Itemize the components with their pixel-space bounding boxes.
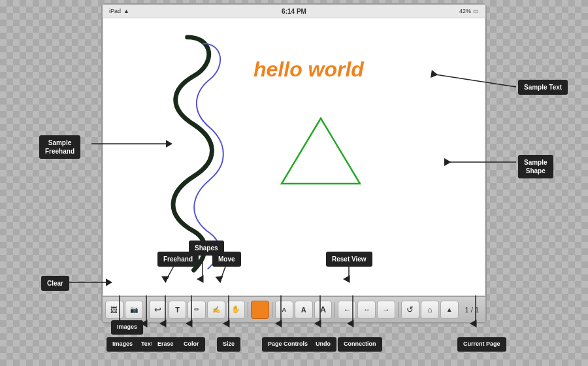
hello-world-text: hello world — [253, 58, 364, 82]
sample-freehand-label: SampleFreehand — [39, 135, 80, 159]
move-popup: Move — [212, 252, 241, 267]
size-medium-button[interactable]: A — [295, 301, 313, 319]
battery-level: 42% — [459, 8, 471, 14]
erase-bottom-label: Erase — [152, 337, 180, 352]
separator-4 — [335, 302, 335, 318]
clear-annotation: Clear — [41, 276, 69, 291]
page-indicator: 1 / 1 — [461, 306, 483, 314]
svg-marker-0 — [282, 118, 360, 184]
reset-view-popup: Reset View — [326, 252, 372, 267]
freehand-popup: Freehand — [157, 252, 199, 267]
sample-text-annotation: Sample Text — [518, 80, 568, 95]
page-arrows-button[interactable]: ↔ — [357, 301, 376, 319]
separator-3 — [272, 302, 272, 318]
undo-bottom-label: Undo — [310, 337, 336, 352]
size-large-button[interactable]: A — [314, 301, 333, 319]
separator-1 — [146, 302, 146, 318]
connection-bottom-label: Connection — [338, 337, 382, 352]
device-label: iPad — [109, 8, 121, 14]
home-button[interactable]: ⌂ — [421, 301, 439, 319]
color-bottom-label: Color — [178, 337, 205, 352]
page-prev-button[interactable]: ← — [338, 301, 356, 319]
sample-text-label: Sample Text — [518, 80, 568, 95]
images-bottom-label: Images — [106, 337, 139, 352]
size-small-button[interactable]: A — [275, 301, 293, 319]
ipad-frame: iPad ▲ 6:14 PM 42% ▭ hello world 🖼 📷 — [101, 3, 487, 324]
page-next-button[interactable]: → — [377, 301, 395, 319]
size-bottom-label: Size — [217, 337, 240, 352]
freehand-button[interactable]: ✍ — [207, 301, 225, 319]
page-controls-bottom-label: Page Controls — [262, 337, 314, 352]
move-label: Move — [212, 252, 241, 267]
undo-button[interactable]: ↺ — [401, 301, 419, 319]
toolbar: 🖼 📷 ↩ T ✏ ✍ ✋ A A A ← ↔ → ↺ ⌂ ▲ 1 / 1 — [103, 296, 485, 322]
status-bar: iPad ▲ 6:14 PM 42% ▭ — [103, 5, 485, 18]
status-time: 6:14 PM — [282, 8, 306, 15]
separator-2 — [248, 302, 248, 318]
color-button[interactable] — [251, 301, 269, 319]
connection-button[interactable]: ▲ — [440, 301, 459, 319]
triangle-shape — [278, 115, 363, 187]
images-annotation: Images — [111, 320, 143, 335]
freehand-label: Freehand — [157, 252, 199, 267]
camera-button[interactable]: 📷 — [125, 301, 143, 319]
reset-view-label: Reset View — [326, 252, 372, 267]
images-button[interactable]: 🖼 — [105, 301, 123, 319]
undo-history-button[interactable]: ↩ — [149, 301, 167, 319]
separator-5 — [398, 302, 399, 318]
text-button[interactable]: T — [169, 301, 187, 319]
images-annotation-label: Images — [111, 320, 143, 335]
sample-shape-label: SampleShape — [518, 155, 553, 178]
erase-button[interactable]: ✏ — [188, 301, 206, 319]
sample-freehand-annotation: SampleFreehand — [39, 135, 80, 159]
current-page-bottom-label: Current Page — [457, 337, 506, 352]
battery-icon: ▭ — [473, 8, 479, 14]
sample-shape-annotation: SampleShape — [518, 155, 553, 178]
clear-label: Clear — [41, 276, 69, 291]
move-button[interactable]: ✋ — [227, 301, 245, 319]
wifi-icon: ▲ — [123, 8, 129, 14]
